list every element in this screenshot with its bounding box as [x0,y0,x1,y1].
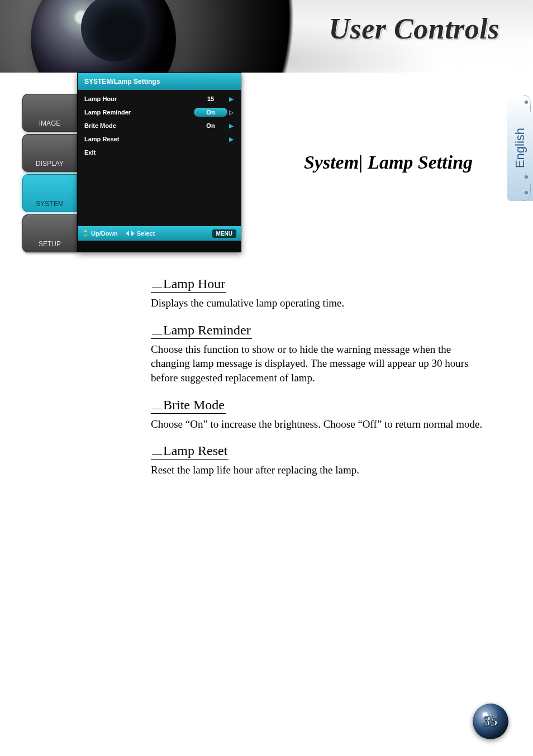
osd-row-lamp-hour[interactable]: Lamp Hour 15 ▶ [78,92,241,106]
osd-row-value: On [194,122,227,129]
osd-tab-display[interactable]: DISPLAY [22,134,77,172]
paragraph: Reset the lamp life hour after replacing… [151,463,492,477]
body-copy: Lamp Hour Displays the cumulative lamp o… [151,276,492,481]
osd-tab-image[interactable]: IMAGE [22,94,77,132]
osd-panel: SYSTEM/Lamp Settings Lamp Hour 15 ▶ Lamp… [77,73,241,252]
chevron-right-icon: ▶ [227,122,235,130]
chevron-right-icon: ▶ [227,136,235,143]
heading-lamp-reset: Lamp Reset [151,443,229,460]
osd-blank-area [78,159,241,226]
osd-row-label: Lamp Reset [84,136,194,142]
osd-row-exit[interactable]: Exit [78,146,241,159]
page-title: User Controls [329,12,499,45]
osd-rows: Lamp Hour 15 ▶ Lamp Reminder On ▷ Brite … [78,90,241,159]
language-tab[interactable]: English [507,95,533,201]
osd-row-lamp-reset[interactable]: Lamp Reset ▶ [78,132,241,146]
osd-title: SYSTEM/Lamp Settings [78,73,241,90]
language-label: English [513,128,527,168]
heading-lamp-hour: Lamp Hour [151,276,226,293]
osd-tab-system[interactable]: SYSTEM [22,174,77,212]
osd-side-tabs: IMAGE DISPLAY SYSTEM SETUP [22,73,77,252]
decoration [523,184,531,201]
paragraph: Displays the cumulative lamp operating t… [151,296,492,310]
heading-lamp-reminder: Lamp Reminder [151,323,252,339]
osd-tab-setup[interactable]: SETUP [22,214,77,252]
osd-footer-select: Select [126,230,155,237]
up-down-icon [82,229,89,237]
osd-footer-updown: Up/Down [82,229,118,237]
osd-footer: Up/Down Select MENU [78,226,241,241]
paragraph: Choose this function to show or to hide … [151,342,492,385]
osd-row-label: Lamp Hour [84,95,194,102]
osd-footer-label: Select [137,230,155,237]
osd-menu-button[interactable]: MENU [212,229,236,238]
heading-brite-mode: Brite Mode [151,398,226,414]
osd-screenshot: IMAGE DISPLAY SYSTEM SETUP SYSTEM/Lamp S… [22,73,241,252]
osd-row-label: Brite Mode [84,122,194,129]
page-number: 35 [483,713,498,730]
page-number-badge: 35 [473,704,508,739]
left-right-icon [126,231,135,236]
osd-row-brite-mode[interactable]: Brite Mode On ▶ [78,119,241,132]
osd-row-lamp-reminder[interactable]: Lamp Reminder On ▷ [78,106,241,119]
section-title: System| Lamp Setting [296,151,480,175]
paragraph: Choose “On” to increase the brightness. … [151,417,492,432]
osd-row-value: On [194,108,227,117]
dot-icon [525,175,528,179]
osd-row-value: 15 [194,95,227,102]
osd-row-label: Lamp Reminder [84,109,194,116]
osd-footer-label: Up/Down [91,230,118,237]
chevron-right-icon: ▷ [227,109,235,116]
dot-icon [525,101,528,104]
page-header: User Controls [0,0,533,73]
chevron-right-icon: ▶ [227,95,235,103]
osd-row-label: Exit [84,149,194,156]
